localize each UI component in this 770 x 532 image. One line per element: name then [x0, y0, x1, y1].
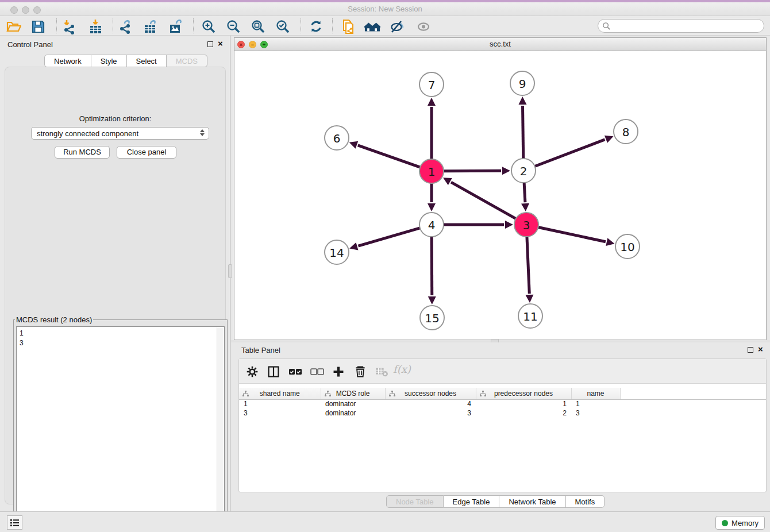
- zoom-out-icon[interactable]: [225, 18, 241, 34]
- graph-edge-4-15[interactable]: [432, 237, 432, 295]
- table-cell[interactable]: 1: [239, 399, 321, 408]
- zoom-selected-icon[interactable]: [275, 18, 291, 34]
- delete-table-icon[interactable]: [373, 364, 390, 380]
- graph-node-2[interactable]: 2: [511, 159, 536, 183]
- graph-node-8[interactable]: 8: [614, 119, 638, 144]
- tab-mcds[interactable]: MCDS: [167, 55, 207, 67]
- toolbar-separator: [56, 18, 57, 33]
- graph-node-1[interactable]: 1: [419, 159, 444, 183]
- column-header-shared-name[interactable]: shared name: [239, 388, 321, 399]
- column-header-mcds-role[interactable]: MCDS role: [321, 388, 385, 399]
- close-panel-icon[interactable]: ×: [218, 38, 223, 48]
- table-cell[interactable]: 4: [385, 399, 476, 408]
- graph-edge-2-9[interactable]: [523, 106, 523, 159]
- column-header-predecessor-nodes[interactable]: predecessor nodes: [476, 388, 571, 399]
- tab-style[interactable]: Style: [91, 55, 127, 67]
- graph-edge-4-14[interactable]: [358, 228, 419, 246]
- select-all-icon[interactable]: [287, 364, 304, 380]
- svg-text:9: 9: [519, 77, 526, 91]
- edge-arrowhead-icon: [502, 167, 510, 175]
- graph-edge-2-8[interactable]: [535, 140, 605, 167]
- export-table-icon[interactable]: [143, 18, 159, 34]
- criterion-select[interactable]: strongly connected component: [31, 127, 209, 140]
- import-table-icon[interactable]: [87, 18, 103, 34]
- table-cell[interactable]: [620, 399, 766, 408]
- table-row[interactable]: 1dominator411: [239, 399, 766, 408]
- zoom-fit-icon[interactable]: [250, 18, 266, 34]
- table-cell[interactable]: 3: [385, 408, 476, 418]
- table-cell[interactable]: 1: [476, 399, 571, 408]
- graph-edge-2-3[interactable]: [524, 183, 525, 202]
- graph-edge-1-2[interactable]: [444, 171, 501, 171]
- table-cell[interactable]: 2: [476, 408, 571, 418]
- export-image-icon[interactable]: [168, 18, 184, 34]
- table-row[interactable]: 3dominator323: [239, 408, 766, 418]
- graph-node-4[interactable]: 4: [419, 213, 444, 237]
- network-window-titlebar: × − + scc.txt: [234, 38, 766, 51]
- mcds-result-line: 1: [20, 329, 221, 338]
- show-all-icon[interactable]: [415, 18, 432, 34]
- mcds-result-text[interactable]: 1 3: [16, 326, 225, 531]
- float-table-panel-icon[interactable]: [748, 347, 753, 353]
- memory-button[interactable]: Memory: [715, 516, 765, 530]
- task-history-button[interactable]: [7, 515, 22, 530]
- graph-node-11[interactable]: 11: [518, 304, 542, 328]
- graph-edge-3-10[interactable]: [538, 227, 606, 241]
- tab-network-table[interactable]: Network Table: [499, 495, 565, 508]
- graph-node-6[interactable]: 6: [325, 126, 349, 150]
- deselect-all-icon[interactable]: [309, 364, 326, 380]
- vertical-splitter-grip[interactable]: [228, 264, 232, 278]
- import-network-icon[interactable]: [61, 18, 77, 34]
- table-cell[interactable]: 3: [239, 408, 321, 418]
- export-network-icon[interactable]: [117, 18, 133, 34]
- network-title: scc.txt: [234, 40, 766, 48]
- delete-column-icon[interactable]: [352, 364, 369, 380]
- graph-node-10[interactable]: 10: [615, 234, 640, 259]
- close-panel-button[interactable]: Close panel: [117, 146, 176, 159]
- table-cell[interactable]: [620, 408, 766, 418]
- graph-node-15[interactable]: 15: [420, 306, 444, 330]
- table-settings-gear-icon[interactable]: [244, 364, 261, 380]
- graph-node-3[interactable]: 3: [514, 213, 538, 237]
- network-canvas[interactable]: 7968124314101511: [234, 51, 766, 340]
- graph-node-14[interactable]: 14: [325, 240, 349, 264]
- window-title: Session: New Session: [0, 5, 770, 13]
- tab-edge-table[interactable]: Edge Table: [444, 495, 500, 508]
- tab-motifs[interactable]: Motifs: [566, 495, 605, 508]
- tab-select[interactable]: Select: [127, 55, 167, 67]
- graph-node-7[interactable]: 7: [419, 72, 444, 97]
- search-field[interactable]: [598, 19, 764, 33]
- zoom-in-icon[interactable]: [201, 18, 217, 34]
- table-cell[interactable]: dominator: [321, 399, 385, 408]
- graph-edge-1-6[interactable]: [358, 145, 420, 167]
- graph-edge-3-1[interactable]: [451, 182, 516, 219]
- column-layout-icon[interactable]: [265, 364, 282, 380]
- toolbar-separator: [113, 18, 113, 33]
- float-panel-icon[interactable]: [207, 41, 213, 47]
- edge-arrowhead-icon: [428, 296, 436, 304]
- hide-selected-icon[interactable]: [390, 18, 406, 34]
- result-scrollbar[interactable]: [217, 327, 224, 530]
- save-session-icon[interactable]: [30, 18, 46, 34]
- close-table-panel-icon[interactable]: ×: [758, 344, 763, 354]
- houses-icon[interactable]: [364, 18, 380, 34]
- open-session-icon[interactable]: [6, 18, 22, 34]
- column-header-name[interactable]: name: [571, 388, 620, 399]
- refresh-icon[interactable]: [308, 18, 324, 34]
- function-builder-icon[interactable]: f(x): [393, 363, 411, 375]
- add-column-icon[interactable]: [330, 364, 347, 380]
- edge-arrowhead-icon: [428, 98, 436, 106]
- search-input[interactable]: [611, 22, 764, 30]
- run-mcds-button[interactable]: Run MCDS: [55, 146, 110, 159]
- graph-edge-3-11[interactable]: [527, 237, 529, 294]
- clone-network-icon[interactable]: [340, 18, 356, 34]
- window-titlebar: Session: New Session: [0, 2, 770, 16]
- column-header-successor-nodes[interactable]: successor nodes: [385, 388, 476, 399]
- table-cell[interactable]: dominator: [321, 408, 385, 418]
- tab-network[interactable]: Network: [44, 55, 91, 67]
- table-cell[interactable]: 3: [571, 408, 620, 418]
- table-cell[interactable]: 1: [571, 399, 620, 408]
- graph-node-9[interactable]: 9: [510, 71, 534, 95]
- main-toolbar: [0, 16, 770, 36]
- tab-node-table[interactable]: Node Table: [386, 495, 444, 508]
